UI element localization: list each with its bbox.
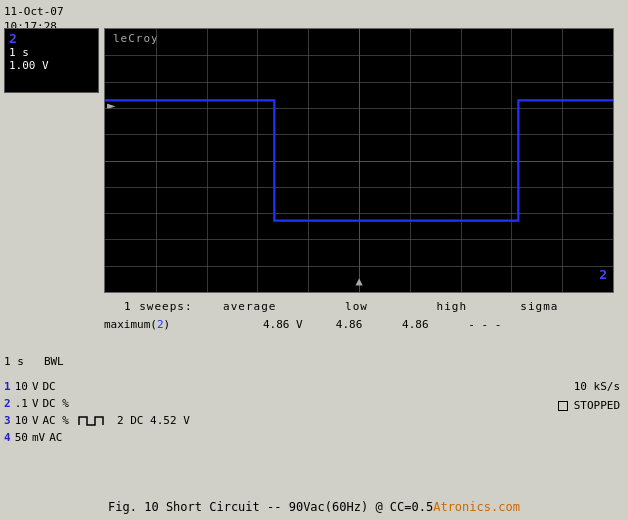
figure-caption: Fig. 10 Short Circuit -- 90Vac(60Hz) @ C… [0, 500, 628, 514]
stats-values: maximum(2) 4.86 V 4.86 4.86 - - - [104, 318, 501, 331]
channel-info-box: 2 1 s 1.00 V [4, 28, 99, 93]
sweeps-label: 1 sweeps: average low high sigma [124, 300, 559, 313]
scope-inner: leCroy ► 2 ▲ [105, 29, 613, 292]
ch3-waveform-icon [77, 414, 109, 428]
ch3-row: 3 10 V AC % 2 DC 4.52 V [4, 412, 190, 429]
ch2-coupling: DC % [43, 395, 70, 412]
stop-square-icon [558, 401, 568, 411]
ch1-row: 1 10 V DC [4, 378, 190, 395]
sample-rate: 10 kS/s [558, 378, 620, 397]
oscilloscope-screen: leCroy ► 2 ▲ [104, 28, 614, 293]
info-timebase: 1 s [9, 46, 29, 59]
info-ch-num: 2 [9, 31, 17, 46]
ch2-row: 2 .1 V DC % [4, 395, 190, 412]
stats-area: 1 sweeps: average low high sigma maximum… [104, 298, 614, 333]
ch1-unit: V [32, 378, 39, 395]
info-volts: 1.00 V [9, 59, 49, 72]
ch4-coupling: AC [49, 429, 62, 446]
caption-text: Fig. 10 Short Circuit -- 90Vac(60Hz) @ C… [108, 500, 433, 514]
date-label: 11-Oct-07 [4, 4, 64, 19]
ch4-v: 50 [15, 429, 28, 446]
waveform-svg [105, 29, 613, 292]
ch1-v: 10 [15, 378, 28, 395]
ch3-unit: V [32, 412, 39, 429]
ch2-num: 2 [4, 395, 11, 412]
ch3-v: 10 [15, 412, 28, 429]
ch4-num: 4 [4, 429, 11, 446]
trigger-indicator: ▲ [355, 274, 362, 288]
stats-header: 1 sweeps: average low high sigma [104, 298, 614, 316]
stopped-indicator: STOPPED [558, 397, 620, 416]
ch3-num: 3 [4, 412, 11, 429]
bottom-row1: 1 s BWL [4, 355, 624, 368]
ch2-dc-info: 2 DC 4.52 V [117, 412, 190, 429]
ch2-v: .1 [15, 395, 28, 412]
ch2-unit: V [32, 395, 39, 412]
scope-ch2-label: 2 [599, 267, 607, 282]
ch3-coupling: AC % [43, 412, 70, 429]
timebase-value: 1 s [4, 355, 24, 368]
ch1-coupling: DC [43, 378, 56, 395]
bwl-label: BWL [44, 355, 64, 368]
stats-data: maximum(2) 4.86 V 4.86 4.86 - - - [104, 316, 614, 334]
stopped-label: STOPPED [574, 397, 620, 416]
ch4-row: 4 50 mV AC [4, 429, 190, 446]
channel-list: 1 10 V DC 2 .1 V DC % 3 10 V AC % 2 DC 4… [4, 378, 190, 446]
ch1-num: 1 [4, 378, 11, 395]
caption-brand2: tronics.com [440, 500, 519, 514]
bottom-area: 1 s BWL [4, 355, 624, 372]
right-status-area: 10 kS/s STOPPED [558, 378, 620, 415]
ch4-unit: mV [32, 429, 45, 446]
